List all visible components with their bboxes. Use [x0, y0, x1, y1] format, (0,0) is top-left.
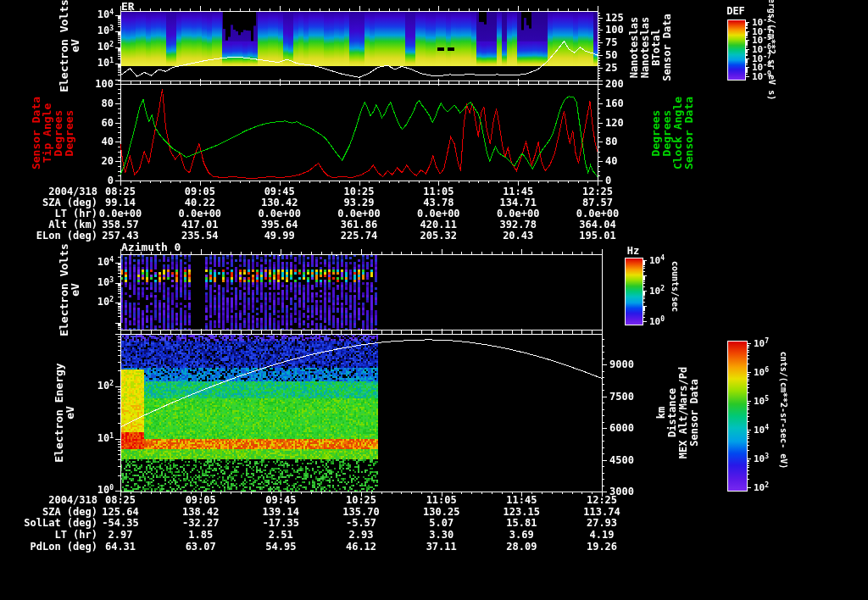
- table-cell: 123.15: [504, 507, 540, 517]
- table-row-label: Alt (km): [48, 219, 97, 230]
- axis-label: ergs/(cm**2 sr eV s): [766, 0, 777, 100]
- axis-label: Degrees Degrees Clock Angle Sensor Data: [650, 97, 694, 169]
- table-cell: 11:05: [423, 186, 453, 197]
- table-cell: 63.07: [186, 542, 216, 552]
- colorbar-tick-label: 100: [649, 316, 665, 327]
- tick-label: 0: [605, 175, 611, 186]
- log-tick-label: 102: [97, 297, 114, 308]
- log-tick-label: 101: [97, 433, 114, 445]
- table-cell: 125.64: [102, 507, 138, 517]
- table-cell: 93.29: [343, 197, 374, 208]
- table-cell: 420.11: [420, 219, 457, 230]
- table-row-label: SZA (deg): [42, 507, 97, 517]
- table-cell: 235.54: [181, 231, 218, 241]
- table-cell: 5.07: [429, 518, 453, 528]
- log-tick-label: 103: [97, 25, 114, 37]
- axis-label: cnts/(cm**2-sr-sec- eV): [778, 352, 789, 469]
- table-cell: 392.78: [500, 219, 537, 230]
- table-cell: 09:45: [265, 495, 296, 505]
- table-cell: 08:25: [105, 186, 136, 197]
- table-cell: 130.42: [261, 197, 298, 208]
- table-cell: 225.74: [341, 231, 377, 241]
- table-cell: 08:25: [105, 495, 136, 505]
- colorbar: [625, 258, 643, 325]
- table-cell: 54.95: [265, 542, 296, 552]
- table-cell: 113.74: [583, 507, 620, 517]
- table-cell: 11:45: [506, 495, 537, 505]
- table-cell: 4.19: [590, 530, 615, 540]
- tick-label: 25: [605, 63, 617, 73]
- axis-label: Electron Energy eV: [53, 363, 75, 462]
- table-cell: 12:25: [587, 495, 617, 505]
- table-row-label: 2004/318: [48, 495, 97, 505]
- tick-label: 80: [102, 98, 114, 108]
- table-row-label: LT (hr): [54, 208, 97, 219]
- table-cell: 09:05: [185, 186, 215, 197]
- colorbar-tick-label: 105: [754, 396, 769, 407]
- table-cell: 87.57: [582, 197, 613, 208]
- table-cell: 49.99: [264, 231, 295, 241]
- table-cell: 361.86: [341, 219, 377, 230]
- table-cell: -5.57: [346, 518, 376, 528]
- table-cell: 138.42: [182, 507, 219, 517]
- tick-label: 80: [605, 136, 617, 147]
- colorbar-tick-label: 103: [754, 453, 769, 464]
- axis-label: counts/sec: [670, 261, 681, 312]
- table-row-label: SolLat (deg): [24, 518, 97, 528]
- table-cell: 135.70: [342, 507, 379, 517]
- table-cell: 0.0e+00: [179, 208, 222, 219]
- table-row-label: ELon (deg): [36, 231, 97, 241]
- table-cell: -32.27: [182, 518, 219, 528]
- table-cell: 2.51: [269, 530, 293, 540]
- tick-label: 60: [102, 118, 114, 128]
- colorbar-tick-label: 104: [649, 255, 665, 266]
- tick-label: 200: [605, 79, 624, 89]
- log-tick-label: 103: [97, 277, 114, 289]
- axis-label: Electron Volts eV: [58, 0, 81, 92]
- table-cell: 0.0e+00: [99, 208, 142, 219]
- table-cell: 27.93: [587, 518, 617, 528]
- table-cell: 0.0e+00: [576, 208, 620, 219]
- tick-label: 100: [95, 79, 114, 89]
- tick-label: 160: [605, 98, 624, 108]
- log-tick-label: 104: [97, 257, 114, 269]
- table-cell: 15.81: [506, 518, 537, 528]
- table-cell: 10:25: [346, 495, 376, 505]
- tick-label: 125: [605, 13, 624, 23]
- colorbar-tick-label: 106: [754, 367, 769, 378]
- table-cell: 09:45: [264, 186, 295, 197]
- table-cell: 09:05: [186, 495, 216, 505]
- table-cell: 134.71: [500, 197, 537, 208]
- table-cell: 28.09: [506, 542, 537, 552]
- axis-label: Electron Volts eV: [58, 243, 81, 336]
- tick-label: 100: [605, 25, 624, 35]
- tick-label: 6000: [609, 423, 634, 433]
- tick-label: 0: [108, 175, 114, 186]
- table-cell: 364.04: [579, 219, 615, 230]
- table-cell: 2.93: [349, 530, 374, 540]
- table-cell: 40.22: [185, 197, 215, 208]
- colorbar-tick-label: 107: [754, 338, 769, 349]
- colorbar: [727, 341, 748, 492]
- tick-label: 50: [605, 50, 617, 60]
- er-panel-title: ER: [121, 1, 135, 12]
- table-cell: 37.11: [426, 542, 457, 552]
- table-row-label: PdLon (deg): [31, 542, 97, 552]
- tick-label: 7500: [609, 392, 634, 402]
- table-row-label: SZA (deg): [42, 197, 97, 208]
- table-cell: -17.35: [263, 518, 299, 528]
- colorbar-tick-label: 104: [754, 425, 769, 436]
- table-cell: 205.32: [420, 231, 457, 241]
- colorbar-title: Hz: [627, 246, 639, 256]
- table-cell: 358.57: [102, 219, 138, 230]
- table-cell: 0.0e+00: [337, 208, 381, 219]
- colorbar-title: DEF: [726, 6, 745, 16]
- table-cell: 139.14: [263, 507, 299, 517]
- table-cell: 257.43: [102, 231, 138, 241]
- table-cell: -54.35: [102, 518, 138, 528]
- axis-label: Sensor Data Tip Angle Degrees Degrees: [31, 97, 75, 169]
- table-cell: 64.31: [105, 542, 136, 552]
- colorbar-tick-label: 102: [754, 482, 769, 493]
- table-cell: 0.0e+00: [417, 208, 460, 219]
- labels-layer: 1011021031042550751001250204060801000408…: [0, 0, 868, 600]
